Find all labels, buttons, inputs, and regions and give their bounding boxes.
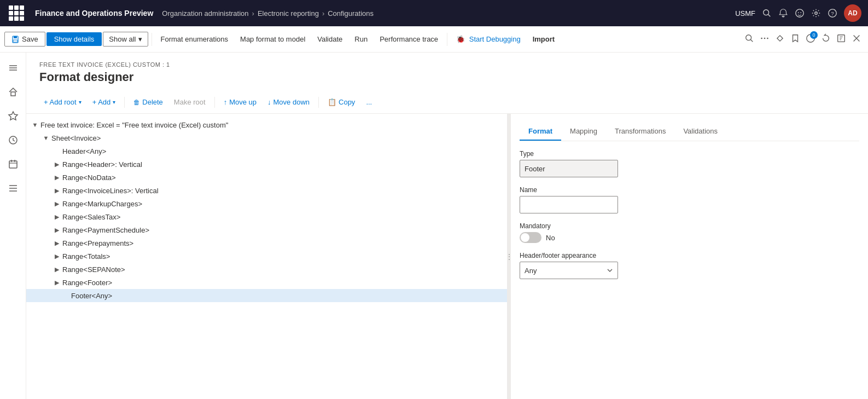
validate-button[interactable]: Validate bbox=[312, 32, 348, 46]
tree-toggle-icon[interactable]: ▶ bbox=[53, 239, 61, 247]
app-grid-button[interactable] bbox=[7, 3, 26, 23]
svg-rect-26 bbox=[9, 161, 17, 168]
add-button[interactable]: + Add ▾ bbox=[88, 95, 120, 109]
svg-text:?: ? bbox=[831, 10, 834, 16]
svg-point-14 bbox=[764, 37, 766, 39]
tree-item-footer-any[interactable]: Footer<Any> bbox=[26, 289, 507, 302]
tree-toggle-icon[interactable]: ▼ bbox=[31, 120, 39, 129]
tab-mapping[interactable]: Mapping bbox=[561, 123, 606, 141]
tab-validations[interactable]: Validations bbox=[674, 123, 726, 141]
tree-toggle-icon[interactable]: ▶ bbox=[53, 278, 61, 287]
more-button[interactable]: ... bbox=[362, 95, 376, 109]
format-enumerations-button[interactable]: Format enumerations bbox=[155, 32, 234, 46]
tree-item[interactable]: ▼ Free text invoice: Excel = "Free text … bbox=[26, 118, 507, 131]
start-debugging-button[interactable]: 🐞 Start Debugging bbox=[451, 32, 526, 46]
breadcrumb-configurations[interactable]: Configurations bbox=[328, 9, 374, 18]
delete-button[interactable]: 🗑 Delete bbox=[129, 95, 167, 109]
type-input[interactable] bbox=[520, 160, 618, 177]
sidebar bbox=[0, 53, 26, 399]
tree-item[interactable]: ▶ Range<NoData> bbox=[26, 171, 507, 184]
smiley-icon[interactable] bbox=[795, 8, 805, 18]
tree-toggle-icon[interactable]: ▶ bbox=[53, 199, 61, 208]
tree-item[interactable]: Header<Any> bbox=[26, 144, 507, 158]
tree-item[interactable]: ▶ Range<MarkupCharges> bbox=[26, 197, 507, 210]
tree-pane: ▼ Free text invoice: Excel = "Free text … bbox=[26, 114, 508, 399]
tab-format[interactable]: Format bbox=[520, 123, 561, 141]
make-root-label: Make root bbox=[174, 98, 206, 106]
mandatory-field-group: Mandatory No bbox=[520, 222, 859, 243]
breadcrumb-org-admin[interactable]: Organization administration bbox=[162, 9, 248, 18]
performance-trace-button[interactable]: Performance trace bbox=[374, 32, 444, 46]
name-input[interactable] bbox=[520, 196, 618, 213]
sidebar-list-icon[interactable] bbox=[2, 177, 24, 199]
toolbar-bookmark-icon[interactable] bbox=[790, 33, 800, 45]
breadcrumb-electronic-reporting[interactable]: Electronic reporting bbox=[258, 9, 319, 18]
sidebar-home-icon[interactable] bbox=[2, 81, 24, 103]
tree-item[interactable]: ▼ Sheet<Invoice> bbox=[26, 131, 507, 144]
tree-toggle-icon[interactable]: ▶ bbox=[53, 186, 61, 195]
tree-toggle-icon[interactable]: ▶ bbox=[53, 265, 61, 274]
toolbar-notification-badge[interactable]: 0 bbox=[806, 33, 815, 45]
top-nav-right: USMF ? AD bbox=[735, 4, 861, 22]
tree-item[interactable]: ▶ Range<SEPANote> bbox=[26, 263, 507, 276]
toolbar-diamond-icon[interactable] bbox=[775, 33, 785, 45]
mandatory-toggle-label: No bbox=[546, 234, 555, 242]
tree-item[interactable]: ▶ Range<SalesTax> bbox=[26, 210, 507, 223]
sidebar-star-icon[interactable] bbox=[2, 105, 24, 127]
mandatory-toggle[interactable] bbox=[520, 232, 541, 243]
tab-transformations[interactable]: Transformations bbox=[606, 123, 674, 141]
sidebar-calendar-icon[interactable] bbox=[2, 153, 24, 175]
tree-item-label: Range<Prepayments> bbox=[61, 239, 133, 247]
svg-point-15 bbox=[767, 37, 768, 39]
tree-toggle-icon[interactable]: ▶ bbox=[53, 252, 61, 261]
tree-item[interactable]: ▶ Range<Footer> bbox=[26, 276, 507, 289]
tree-item[interactable]: ▶ Range<PaymentSchedule> bbox=[26, 223, 507, 236]
header-footer-appearance-label: Header/footer appearance bbox=[520, 252, 859, 259]
sidebar-clock-icon[interactable] bbox=[2, 129, 24, 151]
save-button[interactable]: Save bbox=[4, 32, 45, 47]
settings-icon[interactable] bbox=[811, 8, 821, 18]
notification-icon[interactable] bbox=[778, 8, 788, 18]
tree-item[interactable]: ▶ Range<Header>: Vertical bbox=[26, 158, 507, 171]
run-button[interactable]: Run bbox=[349, 32, 373, 46]
move-up-button[interactable]: ↑ Move up bbox=[219, 95, 261, 109]
more-label: ... bbox=[366, 98, 372, 106]
header-footer-appearance-select[interactable]: Any Odd Even First Last bbox=[520, 262, 618, 279]
app-title: Finance and Operations Preview bbox=[31, 9, 158, 18]
import-button[interactable]: Import bbox=[527, 32, 560, 46]
svg-point-4 bbox=[800, 12, 801, 13]
tree-item[interactable]: ▶ Range<Prepayments> bbox=[26, 236, 507, 250]
move-down-button[interactable]: ↓ Move down bbox=[263, 95, 314, 109]
tree-toggle-icon[interactable]: ▼ bbox=[42, 134, 50, 142]
tree-item[interactable]: ▶ Range<InvoiceLines>: Vertical bbox=[26, 184, 507, 197]
svg-point-2 bbox=[796, 9, 803, 17]
svg-point-11 bbox=[746, 34, 752, 40]
tree-item[interactable]: ▶ Range<Totals> bbox=[26, 250, 507, 263]
sidebar-hamburger-icon[interactable] bbox=[2, 57, 24, 79]
move-up-label: Move up bbox=[229, 98, 257, 106]
tree-toggle-icon[interactable]: ▶ bbox=[53, 212, 61, 221]
help-icon[interactable]: ? bbox=[828, 8, 837, 18]
show-details-button[interactable]: Show details bbox=[46, 32, 102, 46]
tree-toggle-icon[interactable]: ▶ bbox=[53, 173, 61, 182]
tree-toggle-icon[interactable]: ▶ bbox=[53, 225, 61, 234]
page-breadcrumb: FREE TEXT INVOICE (EXCEL) CUSTOM : 1 bbox=[39, 61, 855, 68]
save-icon bbox=[11, 36, 19, 43]
avatar[interactable]: AD bbox=[844, 4, 861, 22]
make-root-button[interactable]: Make root bbox=[170, 95, 210, 109]
tree-toggle-icon[interactable]: ▶ bbox=[53, 160, 61, 169]
toolbar-expand-icon[interactable] bbox=[836, 33, 846, 45]
toolbar-more-icon[interactable] bbox=[760, 33, 770, 45]
copy-label: Copy bbox=[339, 98, 355, 106]
toolbar-refresh-icon[interactable] bbox=[821, 33, 831, 45]
copy-button[interactable]: 📋 Copy bbox=[323, 95, 359, 109]
show-all-button[interactable]: Show all ▾ bbox=[103, 32, 148, 47]
tree-item-label: Header<Any> bbox=[61, 147, 106, 155]
delete-label: Delete bbox=[142, 98, 163, 106]
toolbar-search-icon[interactable] bbox=[744, 33, 754, 45]
map-format-to-model-button[interactable]: Map format to model bbox=[235, 32, 311, 46]
search-nav-icon[interactable] bbox=[762, 8, 772, 18]
add-root-button[interactable]: + Add root ▾ bbox=[39, 95, 86, 109]
top-nav: Finance and Operations Preview Organizat… bbox=[0, 0, 868, 26]
toolbar-close-icon[interactable] bbox=[852, 33, 861, 45]
